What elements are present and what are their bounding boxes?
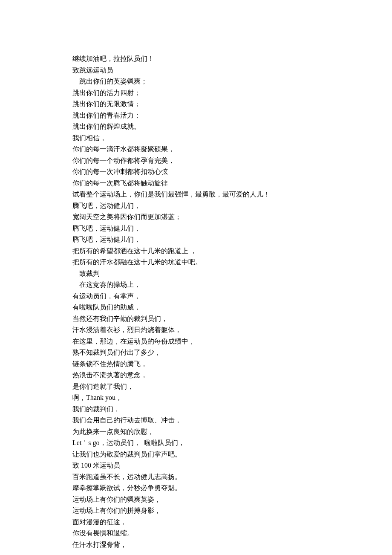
text-line: 我们相信，	[72, 133, 320, 144]
text-line: 跳出你们的辉煌成就。	[72, 121, 320, 133]
text-line: 你们的每一次腾飞都将触动旋律	[72, 178, 320, 189]
text-line: 汗水浸渍着衣衫，烈日灼烧着躯体，	[72, 324, 320, 336]
text-line: 运动场上有你们的飒爽英姿，	[72, 494, 320, 506]
text-line: 有啦啦队员们的助威，	[72, 302, 320, 313]
text-line: 为此换来一点良知的欣慰，	[72, 426, 320, 438]
text-line: 让我们也为敬爱的裁判员们掌声吧。	[72, 449, 320, 460]
text-line: 我们会用自己的行动去博取、冲击，	[72, 415, 320, 426]
text-line: 把所有的汗水都融在这十几米的坑道中吧。	[72, 257, 320, 268]
text-line: 百米跑道虽不长，运动健儿志高扬。	[72, 471, 320, 483]
text-line: 链条锁不住热情的腾飞，	[72, 358, 320, 370]
text-line: 是你们造就了我们，	[72, 381, 320, 393]
text-line: 致 100 米运动员	[72, 460, 320, 471]
text-line: 腾飞吧，运动健儿们，	[72, 223, 320, 234]
text-line: 你没有畏惧和退缩。	[72, 528, 320, 539]
text-line: 把所有的希望都洒在这十几米的跑道上 ，	[72, 246, 320, 257]
text-line: 致跳远运动员	[72, 65, 320, 76]
text-line: Let＇s go，运动员们， 啦啦队员们，	[72, 437, 320, 449]
text-line: 跳出你们的无限激情；	[72, 98, 320, 110]
text-line: 腾飞吧，运动健儿们，	[72, 200, 320, 212]
text-line: 试看整个运动场上，你们是我们最强悍，最勇敢，最可爱的人儿！	[72, 189, 320, 200]
text-line: 啊，Thank you，	[72, 392, 320, 404]
text-line: 热浪击不溃执著的意念，	[72, 370, 320, 381]
text-line: 有运动员们，有掌声，	[72, 291, 320, 302]
text-line: 当然还有我们辛勤的裁判员们，	[72, 313, 320, 325]
document-page: 继续加油吧，拉拉队员们！致跳远运动员跳出你们的英姿飒爽；跳出你们的活力四射；跳出…	[0, 0, 392, 555]
text-line: 任汗水打湿脊背，	[72, 539, 320, 551]
text-line: 腾飞吧，运动健儿们，	[72, 234, 320, 246]
text-line: 你们的每一个动作都将孕育完美，	[72, 155, 320, 167]
text-line: 我们的裁判们，	[72, 404, 320, 415]
text-line: 跳出你们的英姿飒爽；	[72, 76, 320, 87]
text-line: 跳出你们的青春活力；	[72, 110, 320, 121]
text-line: 继续加油吧，拉拉队员们！	[72, 53, 320, 65]
text-line: 你们的每一滴汗水都将凝聚硕果，	[72, 144, 320, 155]
text-line: 宽阔天空之美将因你们而更加湛蓝；	[72, 211, 320, 223]
text-line: 运动场上有你们的拼搏身影，	[72, 505, 320, 517]
text-line: 在这里，那边，在运动员的每份成绩中，	[72, 336, 320, 347]
text-line: 摩拳擦掌跃欲试，分秒必争勇夺魁。	[72, 483, 320, 494]
text-line: 跳出你们的活力四射；	[72, 87, 320, 99]
text-line: 面对漫漫的征途，	[72, 517, 320, 528]
text-line: 你们的每一次冲刺都将扣动心弦	[72, 166, 320, 178]
text-line: 致裁判	[72, 268, 320, 280]
text-line: 在这竞赛的操场上，	[72, 279, 320, 291]
text-line: 熟不知裁判员们付出了多少，	[72, 347, 320, 358]
